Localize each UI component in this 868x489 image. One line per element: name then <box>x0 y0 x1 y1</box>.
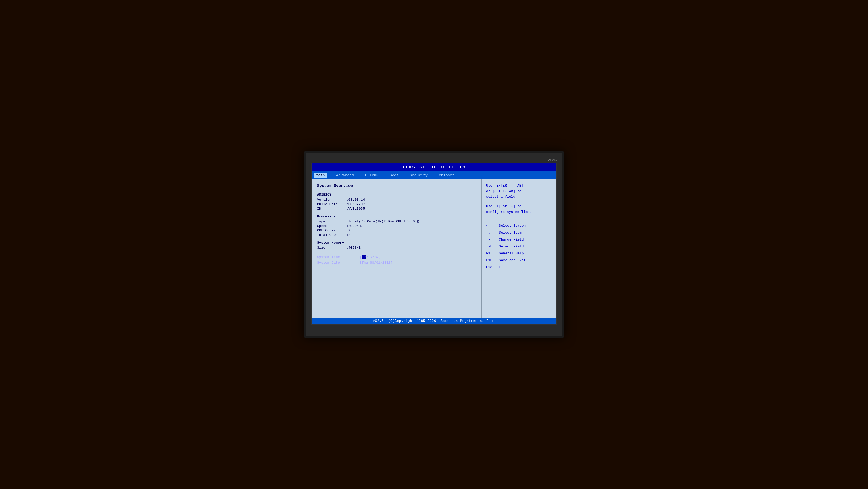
key-esc-symbol: ESC <box>486 265 497 270</box>
key-row-select-screen: ← Select Screen <box>486 223 552 229</box>
version-val: :08.00.14 <box>346 198 365 202</box>
amibios-block: AMIBIOS Version :08.00.14 Build Date :06… <box>317 193 476 211</box>
system-time-highlight: 17 <box>362 255 367 259</box>
total-cpus-val: :2 <box>346 233 350 237</box>
bios-content: System Overview AMIBIOS Version :08.00.1… <box>312 180 556 318</box>
help-line-4: Use [+] or [-] to <box>486 204 522 208</box>
speed-key: Speed <box>317 224 346 228</box>
build-date-key: Build Date <box>317 202 346 206</box>
key-save-exit-desc: Save and Exit <box>499 258 526 263</box>
bios-help-panel: Use [ENTER], [TAB] or [SHIFT-TAB] to sel… <box>482 180 556 318</box>
cpu-cores-key: CPU Cores <box>317 229 346 232</box>
cpu-cores-row: CPU Cores :2 <box>317 229 476 232</box>
bios-nav-bar: Main Advanced PCIPnP Boot Security Chips… <box>312 171 556 180</box>
bios-title: BIOS SETUP UTILITY <box>312 163 556 171</box>
type-row: Type :Intel(R) Core(TM)2 Duo CPU E6850 @ <box>317 220 476 224</box>
nav-item-boot[interactable]: Boot <box>388 173 400 178</box>
nav-item-advanced[interactable]: Advanced <box>335 173 355 178</box>
help-line-1: Use [ENTER], [TAB] <box>486 184 523 188</box>
size-row: Size :4023MB <box>317 246 476 250</box>
keys-section: ← Select Screen ↑↓ Select Item +- Change… <box>486 223 552 270</box>
build-date-row: Build Date :06/07/07 <box>317 202 476 206</box>
key-row-select-item: ↑↓ Select Item <box>486 230 552 236</box>
key-select-field-desc: Select Field <box>499 244 524 250</box>
monitor-label: V193w <box>311 159 557 162</box>
help-line-3: select a field. <box>486 195 517 199</box>
help-line-2: or [SHIFT-TAB] to <box>486 189 522 193</box>
id-row: ID :VVBLI955 <box>317 207 476 211</box>
cpu-cores-val: :2 <box>346 229 350 232</box>
nav-item-pcipnp[interactable]: PCIPnP <box>364 173 380 178</box>
id-key: ID <box>317 207 346 211</box>
key-row-general-help: F1 General Help <box>486 251 552 257</box>
speed-row: Speed :2999MHz <box>317 224 476 228</box>
build-date-val: :06/07/07 <box>346 202 365 206</box>
system-date-label: System Date <box>317 261 360 265</box>
key-updown-symbol: ↑↓ <box>486 230 497 236</box>
help-text-block-2: Use [+] or [-] to configure system Time. <box>486 204 552 215</box>
total-cpus-row: Total CPUs :2 <box>317 233 476 237</box>
processor-label: Processor <box>317 215 476 219</box>
key-tab-symbol: Tab <box>486 244 497 250</box>
speed-val: :2999MHz <box>346 224 363 228</box>
system-time-row[interactable]: System Time [17:07:37] <box>317 255 476 259</box>
key-exit-desc: Exit <box>499 265 507 270</box>
system-memory-block: System Memory Size :4023MB <box>317 241 476 250</box>
type-val: :Intel(R) Core(TM)2 Duo CPU E6850 @ <box>346 220 419 224</box>
type-key: Type <box>317 220 346 224</box>
system-date-row[interactable]: System Date [Thu 08/01/2013] <box>317 261 476 265</box>
key-general-help-desc: General Help <box>499 251 524 257</box>
key-change-field-desc: Change Field <box>499 237 524 242</box>
key-arrow-left-symbol: ← <box>486 223 497 229</box>
system-date-value: [Thu 08/01/2013] <box>360 261 393 265</box>
size-key: Size <box>317 246 346 250</box>
nav-item-chipset[interactable]: Chipset <box>437 173 456 178</box>
total-cpus-key: Total CPUs <box>317 233 346 237</box>
system-memory-label: System Memory <box>317 241 476 245</box>
key-row-save-exit: F10 Save and Exit <box>486 258 552 263</box>
key-f1-symbol: F1 <box>486 251 497 257</box>
version-row: Version :08.00.14 <box>317 198 476 202</box>
nav-item-security[interactable]: Security <box>408 173 429 178</box>
bios-main-panel: System Overview AMIBIOS Version :08.00.1… <box>312 180 482 318</box>
help-line-5: configure system Time. <box>486 210 532 214</box>
id-val: :VVBLI955 <box>346 207 365 211</box>
key-select-item-desc: Select Item <box>499 230 522 236</box>
system-time-value: [17:07:37] <box>360 255 381 259</box>
section-divider <box>317 190 476 190</box>
monitor-frame: V193w BIOS SETUP UTILITY Main Advanced P… <box>304 151 564 338</box>
amibios-label: AMIBIOS <box>317 193 476 197</box>
nav-item-main[interactable]: Main <box>314 173 327 178</box>
key-plusminus-symbol: +- <box>486 237 497 242</box>
section-overview-title: System Overview <box>317 184 476 188</box>
help-text-block: Use [ENTER], [TAB] or [SHIFT-TAB] to sel… <box>486 183 552 200</box>
key-row-select-field: Tab Select Field <box>486 244 552 250</box>
processor-block: Processor Type :Intel(R) Core(TM)2 Duo C… <box>317 215 476 237</box>
version-key: Version <box>317 198 346 202</box>
key-select-screen-desc: Select Screen <box>499 223 526 229</box>
key-f10-symbol: F10 <box>486 258 497 263</box>
bios-screen: BIOS SETUP UTILITY Main Advanced PCIPnP … <box>311 163 557 325</box>
bios-footer: v02.61 (C)Copyright 1985-2006, American … <box>312 318 556 325</box>
key-row-change-field: +- Change Field <box>486 237 552 242</box>
key-row-exit: ESC Exit <box>486 265 552 270</box>
size-val: :4023MB <box>346 246 361 250</box>
system-time-label: System Time <box>317 255 360 259</box>
